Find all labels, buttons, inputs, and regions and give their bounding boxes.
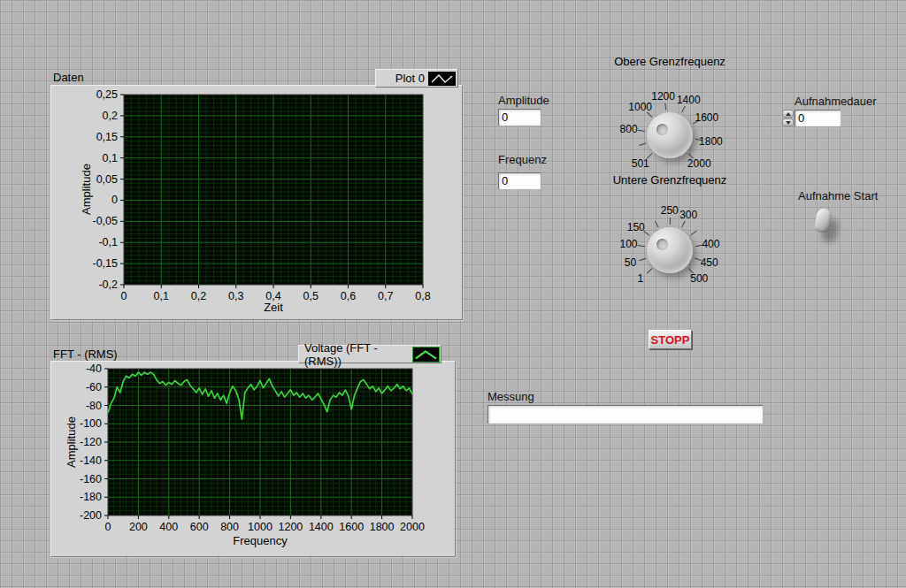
obere-grenzfrequenz-knob-widget: Obere Grenzfrequenz 50180010001200140016…	[608, 55, 732, 160]
untere-grenzfrequenz-knob-widget: Untere Grenzfrequenz 1501001502503004004…	[608, 173, 732, 279]
obere-grenzfrequenz-knob[interactable]	[647, 112, 693, 158]
obere-grenzfrequenz-knob-area: 501800100012001400160018002000	[608, 68, 732, 160]
knob-scale-label: 2000	[687, 157, 711, 170]
knob-scale-label: 1400	[677, 94, 701, 106]
knob-scale-label: 150	[627, 221, 645, 233]
messung-field[interactable]	[488, 405, 763, 424]
amplitude-label: Amplitude	[498, 94, 549, 107]
daten-chart-label: Daten	[53, 71, 84, 84]
labview-front-panel: { "app": { "background": "#b5b5b5", "pan…	[0, 0, 906, 588]
daten-y-axis-title: Amplitude	[80, 164, 93, 215]
amplitude-field[interactable]: 0	[498, 109, 541, 126]
fft-plot-legend[interactable]: Voltage (FFT - (RMS))	[298, 345, 441, 363]
daten-legend-text: Plot 0	[395, 72, 425, 85]
frequenz-label: Frequenz	[498, 153, 547, 166]
untere-grenzfrequenz-knob[interactable]	[647, 227, 693, 273]
knob-scale-label: 100	[620, 238, 638, 250]
up-arrow-icon	[786, 112, 791, 116]
messung-label: Messung	[488, 390, 534, 403]
knob-tick	[637, 245, 644, 247]
knob-indicator-dimple	[656, 124, 668, 135]
knob-tick	[664, 103, 666, 110]
obere-grenzfrequenz-label: Obere Grenzfrequenz	[608, 55, 732, 68]
knob-tick	[695, 245, 703, 247]
daten-chart-panel	[50, 85, 463, 320]
daten-x-axis-title: Zeit	[124, 301, 423, 314]
aufnahmedauer-field[interactable]: 0	[795, 110, 841, 126]
untere-grenzfrequenz-label: Untere Grenzfrequenz	[608, 173, 732, 187]
frequenz-field[interactable]: 0	[498, 172, 541, 189]
aufnahmedauer-spinner	[782, 110, 794, 126]
fft-rms-graph: FFT - (RMS) Voltage (FFT - (RMS)) Amplit…	[50, 345, 456, 557]
knob-tick	[637, 130, 644, 132]
fft-peak-icon	[413, 347, 439, 362]
knob-tick	[639, 143, 646, 146]
knob-tick	[655, 221, 659, 228]
decrement-button[interactable]	[782, 118, 794, 126]
knob-tick	[681, 106, 686, 113]
knob-scale-label: 450	[701, 256, 718, 269]
knob-scale-label: 501	[632, 157, 649, 170]
knob-scale-label: 1200	[651, 90, 675, 103]
knob-scale-label: 250	[661, 204, 679, 217]
daten-waveform-chart: Daten Plot 0 Amplitude Zeit 00,10,20,30,…	[50, 69, 463, 320]
knob-tick	[690, 231, 696, 236]
line-plot-zigzag-icon	[428, 72, 456, 86]
down-arrow-icon	[786, 121, 791, 125]
fft-chart-label: FFT - (RMS)	[53, 347, 118, 361]
aufnahmedauer-label: Aufnahmedauer	[795, 95, 877, 108]
fft-x-axis-title: Frequency	[108, 534, 412, 547]
knob-tick	[646, 268, 651, 273]
aufnahme-start-label: Aufnahme Start	[798, 189, 878, 202]
fft-y-axis-title: Amplitude	[65, 416, 78, 468]
knob-tick	[681, 221, 685, 228]
knob-scale-label: 300	[680, 209, 697, 221]
knob-tick	[669, 218, 670, 225]
untere-grenzfrequenz-knob-area: 150100150250300400450500	[608, 187, 732, 279]
increment-button[interactable]	[782, 110, 794, 118]
knob-scale-label: 400	[702, 238, 719, 250]
fft-legend-text: Voltage (FFT - (RMS))	[304, 341, 410, 368]
knob-scale-label: 500	[690, 272, 708, 285]
knob-tick	[639, 258, 646, 261]
fft-chart-panel	[50, 361, 456, 557]
aufnahme-start-toggle[interactable]	[812, 209, 848, 248]
daten-plot-legend[interactable]: Plot 0	[375, 69, 458, 88]
knob-scale-label: 50	[625, 256, 636, 269]
knob-scale-label: 1	[637, 272, 643, 285]
stopp-button[interactable]: STOPP	[649, 330, 692, 349]
knob-scale-label: 1000	[628, 101, 652, 113]
knob-scale-label: 1600	[695, 111, 719, 124]
knob-scale-label: 1800	[699, 135, 723, 148]
knob-scale-label: 800	[620, 123, 638, 135]
knob-indicator-dimple	[656, 239, 668, 250]
